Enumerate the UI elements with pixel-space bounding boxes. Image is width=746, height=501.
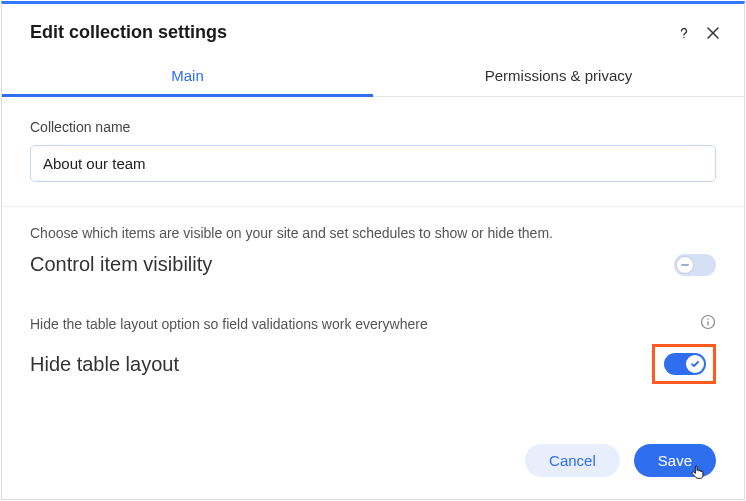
svg-point-4: [707, 318, 709, 320]
visibility-section: Choose which items are visible on your s…: [2, 207, 744, 296]
hide-table-helper: Hide the table layout option so field va…: [30, 316, 428, 332]
svg-point-0: [683, 36, 684, 37]
header-icons: [676, 25, 720, 41]
edit-collection-modal: Edit collection settings Main Permission…: [1, 1, 745, 500]
collection-name-section: Collection name: [2, 97, 744, 207]
save-button-label: Save: [658, 452, 692, 469]
collection-name-input[interactable]: [30, 145, 716, 182]
visibility-helper: Choose which items are visible on your s…: [30, 225, 716, 241]
tab-permissions[interactable]: Permissions & privacy: [373, 57, 744, 96]
tabs: Main Permissions & privacy: [2, 57, 744, 97]
info-icon[interactable]: [700, 314, 716, 334]
help-icon[interactable]: [676, 25, 692, 41]
modal-content: Collection name Choose which items are v…: [2, 97, 744, 426]
visibility-toggle[interactable]: [674, 254, 716, 276]
modal-footer: Cancel Save: [2, 426, 744, 499]
hide-table-title: Hide table layout: [30, 353, 179, 376]
cursor-icon: [690, 465, 706, 481]
save-button[interactable]: Save: [634, 444, 716, 477]
cancel-button[interactable]: Cancel: [525, 444, 620, 477]
tab-main[interactable]: Main: [2, 57, 373, 96]
hide-table-toggle[interactable]: [664, 353, 706, 375]
collection-name-label: Collection name: [30, 119, 716, 135]
close-icon[interactable]: [706, 26, 720, 40]
visibility-title: Control item visibility: [30, 253, 212, 276]
hide-table-section: Hide the table layout option so field va…: [2, 296, 744, 404]
modal-title: Edit collection settings: [30, 22, 227, 43]
modal-header: Edit collection settings: [2, 4, 744, 57]
highlight-box: [652, 344, 716, 384]
